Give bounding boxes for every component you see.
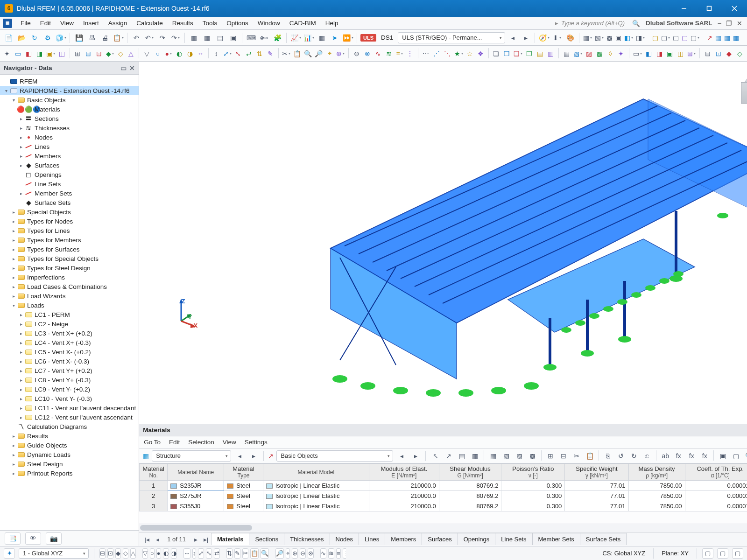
- status-tool-28-icon[interactable]: ⋮: [343, 548, 346, 559]
- status-end-3-icon[interactable]: ▢: [732, 548, 743, 559]
- status-tool-20-icon[interactable]: 🔎: [275, 548, 284, 559]
- tool2-59-icon[interactable]: ⊞: [687, 48, 696, 59]
- tool2-12-icon[interactable]: ▽: [142, 48, 151, 59]
- table-next1-icon[interactable]: ▸: [248, 450, 259, 462]
- tool2-45-icon[interactable]: ❒: [525, 48, 534, 59]
- tree-node[interactable]: Line Sets: [0, 179, 139, 189]
- menu-insert[interactable]: Insert: [78, 18, 104, 28]
- tree-node[interactable]: ▸LC12 - Vent sur l'auvent ascendant: [0, 413, 139, 422]
- tool2-14-icon[interactable]: ●: [164, 48, 173, 59]
- tree-node[interactable]: ▸🔴🟢🔵Materials: [0, 105, 139, 114]
- tree-node[interactable]: ▸◆Surfaces: [0, 161, 139, 170]
- col-header-8[interactable]: Mass Densityρ [kg/m³]: [628, 464, 685, 481]
- col-header-2[interactable]: MaterialType: [224, 464, 263, 481]
- table-menu-view[interactable]: View: [223, 439, 236, 446]
- analysis-icon[interactable]: 📈: [290, 32, 301, 43]
- tool2-28-icon[interactable]: ⌖: [325, 48, 334, 59]
- table-tool-18-icon[interactable]: fx: [686, 450, 697, 462]
- tool2-19-icon[interactable]: ⤢: [223, 48, 232, 59]
- status-tool-5-icon[interactable]: ▽: [142, 548, 148, 559]
- menu-edit[interactable]: Edit: [35, 18, 56, 28]
- menu-window[interactable]: Window: [253, 18, 285, 28]
- tab-last-icon[interactable]: ▸|: [201, 534, 211, 545]
- tool2-0-icon[interactable]: ✦: [3, 48, 12, 59]
- tool2-29-icon[interactable]: ⊕: [336, 48, 345, 59]
- chart-5-icon[interactable]: ▢: [690, 32, 700, 43]
- tree-node[interactable]: ▸Dynamic Loads: [0, 450, 139, 459]
- maximize-button[interactable]: [697, 0, 722, 17]
- status-tool-23-icon[interactable]: ⊖: [300, 548, 306, 559]
- run-icon[interactable]: ➤: [329, 32, 340, 43]
- tool2-50-icon[interactable]: ▨: [585, 48, 593, 59]
- tool2-38-icon[interactable]: ⋱: [443, 48, 452, 59]
- tree-node[interactable]: ▸Imperfections: [0, 273, 139, 282]
- status-tool-3-icon[interactable]: ◇: [123, 548, 128, 559]
- table-tool-1-icon[interactable]: ↗: [443, 450, 454, 462]
- tree-node[interactable]: ▸Members: [0, 151, 139, 161]
- tree-node[interactable]: ▸Types for Members: [0, 235, 139, 245]
- tool2-55-icon[interactable]: ◧: [644, 48, 653, 59]
- tab-line-sets[interactable]: Line Sets: [495, 533, 532, 545]
- result-view-icon[interactable]: 🎨: [564, 32, 576, 43]
- col-header-4[interactable]: Modulus of Elast.E [N/mm²]: [369, 464, 439, 481]
- save-all-icon[interactable]: 🖶: [86, 32, 98, 43]
- tree-node[interactable]: ▸Types for Surfaces: [0, 245, 139, 254]
- tree-node[interactable]: ◆Surface Sets: [0, 198, 139, 207]
- table-tool-19-icon[interactable]: fx: [699, 450, 710, 462]
- analysis2-icon[interactable]: 📊: [303, 32, 314, 43]
- tree-node[interactable]: ▸LC6 - Vent X- (-0.3): [0, 357, 139, 366]
- display-3-icon[interactable]: ▩: [606, 32, 613, 43]
- tree-node[interactable]: ▸Load Wizards: [0, 291, 139, 301]
- col-header-1[interactable]: Material Name: [168, 464, 224, 481]
- panel-toggle-3-icon[interactable]: ▤: [214, 32, 226, 43]
- tool2-23-icon[interactable]: ✎: [266, 48, 275, 59]
- tab-first-icon[interactable]: |◂: [142, 534, 152, 545]
- status-tool-17-icon[interactable]: ✂: [242, 548, 248, 559]
- tree-node[interactable]: ▸Printout Reports: [0, 469, 139, 478]
- status-tool-8-icon[interactable]: ◐: [163, 548, 169, 559]
- status-end-2-icon[interactable]: ▢: [717, 548, 728, 559]
- tree-node[interactable]: ▸Types for Lines: [0, 226, 139, 235]
- status-tool-18-icon[interactable]: 📋: [250, 548, 259, 559]
- col-header-0[interactable]: MaterialNo.: [140, 464, 168, 481]
- status-tool-19-icon[interactable]: 🔍: [261, 548, 269, 559]
- table-tool-6-icon[interactable]: ▨: [514, 450, 525, 462]
- table-menu-edit[interactable]: Edit: [169, 439, 180, 446]
- tool2-40-icon[interactable]: ☆: [465, 48, 474, 59]
- nav-data-tab-icon[interactable]: 📑: [5, 532, 21, 545]
- panel-toggle-1-icon[interactable]: ▥: [188, 32, 199, 43]
- tab-thicknesses[interactable]: Thicknesses: [284, 533, 330, 545]
- tree-node[interactable]: ▸LC4 - Vent X+ (-0.3): [0, 338, 139, 347]
- table-tool-7-icon[interactable]: ▩: [527, 450, 538, 462]
- menu-calculate[interactable]: Calculate: [132, 18, 167, 28]
- menu-file[interactable]: File: [16, 18, 35, 28]
- tool2-33-icon[interactable]: ≋: [384, 48, 393, 59]
- table-prev2-icon[interactable]: ◂: [396, 450, 407, 462]
- tool2-58-icon[interactable]: ◫: [676, 48, 685, 59]
- new-icon[interactable]: 📄: [3, 32, 14, 43]
- tree-node[interactable]: ▸LC7 - Vent Y+ (+0.2): [0, 366, 139, 375]
- col-header-6[interactable]: Poisson's Ratioν [-]: [501, 464, 565, 481]
- nav-views-tab-icon[interactable]: 👁: [25, 532, 41, 545]
- col-header-7[interactable]: Specific Weightγ [kN/m³]: [565, 464, 628, 481]
- print-icon[interactable]: 🖨: [99, 32, 111, 43]
- tool2-46-icon[interactable]: ▤: [536, 48, 544, 59]
- tool2-35-icon[interactable]: ⋮: [406, 48, 415, 59]
- tab-surface-sets[interactable]: Surface Sets: [580, 533, 627, 545]
- table-tool-5-icon[interactable]: ▧: [500, 450, 512, 462]
- table-tool-12-icon[interactable]: ⎘: [602, 450, 613, 462]
- tool2-57-icon[interactable]: ▣: [665, 48, 674, 59]
- nav-camera-tab-icon[interactable]: 📷: [46, 532, 62, 545]
- table-tool-13-icon[interactable]: ↺: [615, 450, 627, 462]
- tree-node[interactable]: ▸LC3 - Vent X+ (+0.2): [0, 329, 139, 338]
- chart-1-icon[interactable]: ▢: [652, 32, 659, 43]
- menu-results[interactable]: Results: [168, 18, 198, 28]
- table-tool-0-icon[interactable]: ↖: [430, 450, 441, 462]
- table-tool-11-icon[interactable]: 📋: [584, 450, 595, 462]
- status-tool-9-icon[interactable]: ◑: [171, 548, 177, 559]
- tree-node[interactable]: ▸LC8 - Vent Y+ (-0.3): [0, 375, 139, 385]
- status-tool-24-icon[interactable]: ⊗: [308, 548, 314, 559]
- tab-members[interactable]: Members: [385, 533, 422, 545]
- tool2-31-icon[interactable]: ⊗: [363, 48, 372, 59]
- table-row[interactable]: 1S235JRSteelIsotropic | Linear Elastic21…: [140, 481, 747, 491]
